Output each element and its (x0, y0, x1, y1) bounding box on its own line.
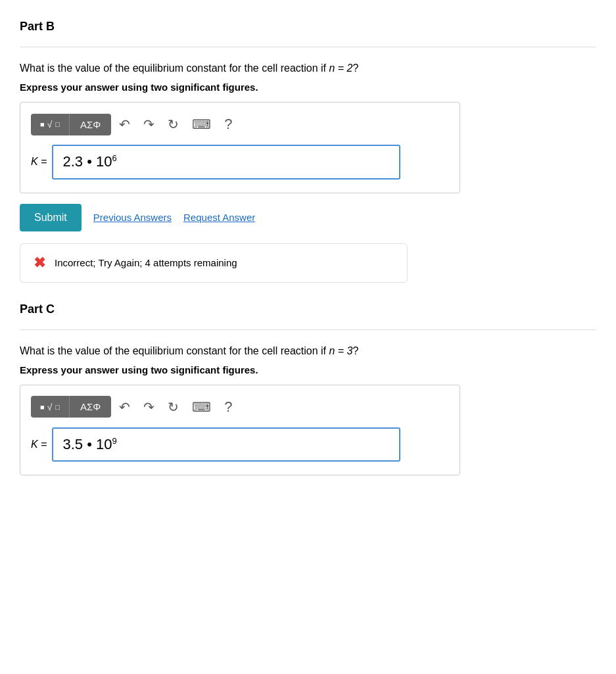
part-c-symbol-button[interactable]: AΣΦ (70, 396, 111, 418)
part-b-request-answer-button[interactable]: Request Answer (183, 212, 255, 223)
part-c-input-row: K = 3.5 • 109 (31, 427, 449, 462)
part-b-feedback-box: ✖ Incorrect; Try Again; 4 attempts remai… (20, 243, 408, 283)
part-b-feedback-text: Incorrect; Try Again; 4 attempts remaini… (55, 257, 237, 268)
part-b-submit-button[interactable]: Submit (20, 204, 82, 231)
part-c-answer-value: 3.5 • 109 (62, 435, 116, 454)
part-c-math-input[interactable]: 3.5 • 109 (52, 427, 400, 462)
part-b-undo-button[interactable]: ↶ (114, 114, 135, 135)
part-b-instruction: Express your answer using two significan… (20, 82, 596, 93)
part-b-label: Part B (20, 20, 596, 34)
part-b-actions: Submit Previous Answers Request Answer (20, 204, 596, 231)
part-c-toolbar: ■ √ □ AΣΦ ↶ ↷ ↻ ⌨ ? (31, 396, 449, 418)
part-c-keyboard-button[interactable]: ⌨ (187, 397, 216, 418)
part-b-section: Part B What is the value of the equilibr… (20, 20, 596, 283)
part-b-math-input[interactable]: 2.3 • 106 (52, 145, 400, 180)
part-b-answer-box: ■ √ □ AΣΦ ↶ ↷ ↻ ⌨ ? K = 2.3 • 106 (20, 102, 460, 193)
part-b-math: n = 2 (329, 62, 352, 74)
part-c-refresh-button[interactable]: ↻ (162, 397, 184, 418)
part-c-k-label: K = (31, 439, 47, 450)
part-b-input-row: K = 2.3 • 106 (31, 145, 449, 180)
error-icon: ✖ (34, 254, 45, 272)
part-c-section: Part C What is the value of the equilibr… (20, 302, 596, 476)
part-b-toolbar: ■ √ □ AΣΦ ↶ ↷ ↻ ⌨ ? (31, 113, 449, 135)
part-c-answer-box: ■ √ □ AΣΦ ↶ ↷ ↻ ⌨ ? K = 3.5 • 109 (20, 385, 460, 476)
part-c-math-button[interactable]: ■ √ □ (31, 396, 70, 418)
part-c-math-tools: ■ √ □ AΣΦ (31, 396, 111, 418)
part-c-redo-button[interactable]: ↷ (138, 397, 160, 418)
part-b-keyboard-button[interactable]: ⌨ (187, 114, 216, 135)
part-c-math: n = 3 (329, 345, 352, 356)
divider-c (20, 329, 596, 330)
part-b-k-label: K = (31, 156, 47, 168)
part-b-help-button[interactable]: ? (219, 113, 237, 135)
part-b-math-tools: ■ √ □ AΣΦ (31, 114, 111, 135)
part-b-redo-button[interactable]: ↷ (138, 114, 160, 135)
part-b-answer-value: 2.3 • 106 (62, 153, 116, 172)
part-b-question: What is the value of the equilibrium con… (20, 60, 596, 76)
part-c-label: Part C (20, 302, 596, 316)
part-c-instruction: Express your answer using two significan… (20, 364, 596, 375)
part-b-symbol-button[interactable]: AΣΦ (70, 114, 111, 135)
part-c-undo-button[interactable]: ↶ (114, 397, 135, 418)
part-b-refresh-button[interactable]: ↻ (162, 114, 184, 135)
part-c-question: What is the value of the equilibrium con… (20, 343, 596, 359)
part-c-question-text: What is the value of the equilibrium con… (20, 345, 329, 356)
part-b-previous-answers-button[interactable]: Previous Answers (93, 212, 172, 223)
divider-b (20, 47, 596, 47)
part-c-help-button[interactable]: ? (219, 396, 237, 418)
part-b-math-button[interactable]: ■ √ □ (31, 114, 70, 135)
part-b-question-text: What is the value of the equilibrium con… (20, 62, 329, 74)
